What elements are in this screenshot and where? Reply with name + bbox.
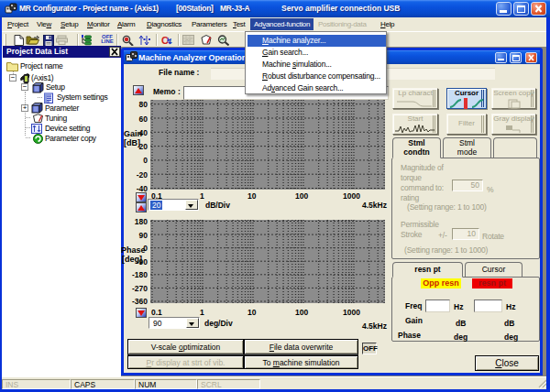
- svg-text:↯: ↯: [166, 37, 173, 46]
